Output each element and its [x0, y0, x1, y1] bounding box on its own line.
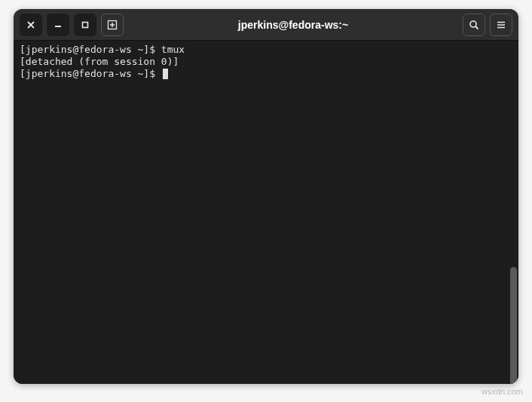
- terminal-window: jperkins@fedora-ws:~ [jperkins@fedora-ws…: [14, 9, 518, 384]
- terminal-body[interactable]: [jperkins@fedora-ws ~]$ tmux [detached (…: [14, 41, 518, 384]
- close-button[interactable]: [20, 14, 42, 36]
- titlebar: jperkins@fedora-ws:~: [14, 9, 518, 41]
- titlebar-left-controls: [20, 14, 124, 36]
- maximize-icon: [81, 21, 89, 29]
- search-button[interactable]: [463, 14, 485, 36]
- svg-point-2: [470, 21, 476, 27]
- close-icon: [27, 21, 35, 29]
- cursor: [163, 69, 168, 79]
- menu-button[interactable]: [490, 14, 512, 36]
- minimize-icon: [54, 21, 62, 29]
- new-tab-button[interactable]: [101, 14, 124, 36]
- terminal-line: [detached (from session 0)]: [20, 56, 512, 68]
- prompt-text: [jperkins@fedora-ws ~]$: [20, 68, 161, 79]
- titlebar-right-controls: [463, 14, 512, 36]
- terminal-line: [jperkins@fedora-ws ~]$ tmux: [20, 44, 512, 56]
- window-title: jperkins@fedora-ws:~: [128, 19, 458, 31]
- hamburger-icon: [496, 20, 506, 30]
- terminal-line: [jperkins@fedora-ws ~]$: [20, 68, 512, 80]
- minimize-button[interactable]: [47, 14, 69, 36]
- maximize-button[interactable]: [74, 14, 96, 36]
- search-icon: [469, 20, 479, 30]
- watermark: wsxdn.com: [482, 387, 523, 396]
- svg-rect-0: [83, 22, 88, 27]
- new-tab-icon: [107, 20, 118, 30]
- scrollbar-thumb[interactable]: [510, 267, 517, 384]
